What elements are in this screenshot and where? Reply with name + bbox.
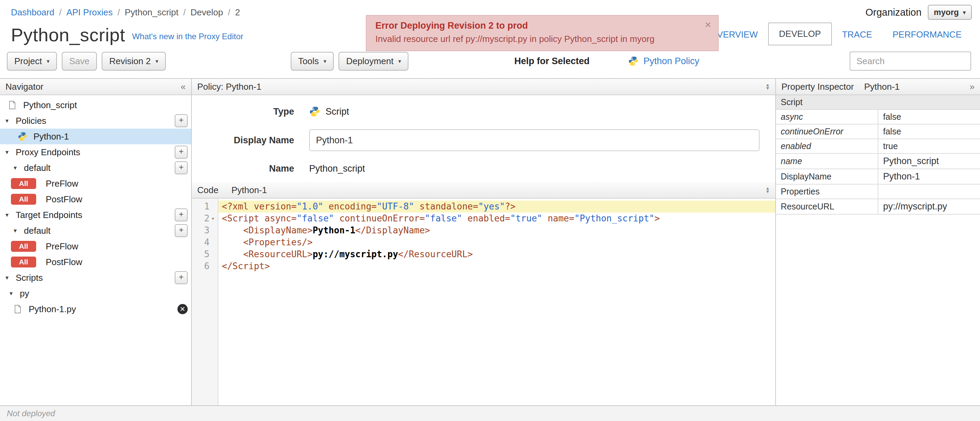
whats-new-link[interactable]: What's new in the Proxy Editor <box>132 32 243 41</box>
revision-button[interactable]: Revision 2 ▾ <box>102 52 165 71</box>
name-row: Name Python_script <box>192 164 775 174</box>
line-number[interactable]: 2▾ <box>192 213 218 224</box>
nav-section-proxy-endpoints[interactable]: ▾ Proxy Endpoints + <box>0 144 191 160</box>
nav-script-file-label: Python-1.py <box>29 304 76 315</box>
document-icon <box>7 100 18 111</box>
code-gutter: 12▾3456 <box>192 199 218 405</box>
breadcrumb-proxy-name[interactable]: Python_script <box>125 7 179 18</box>
code-line[interactable]: <?xml version="1.0" encoding="UTF-8" sta… <box>218 200 775 213</box>
all-badge: All <box>11 257 36 267</box>
line-number[interactable]: 6 <box>192 260 218 272</box>
nav-proxy-preflow[interactable]: All PreFlow <box>0 176 191 191</box>
nav-preflow-label: PreFlow <box>46 241 78 252</box>
disclosure-triangle-icon[interactable]: ▾ <box>5 211 14 219</box>
property-row: Properties <box>776 184 980 199</box>
nav-item-policy-python-1[interactable]: Python-1 <box>0 129 191 144</box>
delete-script-icon[interactable]: ✕ <box>177 304 188 314</box>
python-policy-link[interactable]: Python Policy <box>628 56 700 67</box>
tab-trace[interactable]: TRACE <box>832 24 882 45</box>
line-number[interactable]: 1 <box>192 200 218 213</box>
breadcrumb-separator: / <box>118 7 120 18</box>
search-input[interactable] <box>850 51 971 71</box>
code-line[interactable]: <Properties/> <box>218 237 775 248</box>
organization-area: Organization myorg ▾ <box>865 5 972 20</box>
breadcrumb: Dashboard / API Proxies / Python_script … <box>11 7 240 18</box>
code-label: Code <box>197 185 218 195</box>
tab-performance[interactable]: PERFORMANCE <box>882 24 972 45</box>
display-name-row: Display Name <box>192 129 775 151</box>
nav-target-preflow[interactable]: All PreFlow <box>0 238 191 254</box>
collapse-code-icon[interactable]: ▲▼ <box>765 187 770 194</box>
policy-editor-panel: Policy: Python-1 ▲▼ Type Script Display … <box>192 79 776 405</box>
disclosure-triangle-icon[interactable]: ▾ <box>5 117 14 124</box>
property-value[interactable]: Python_script <box>878 154 980 169</box>
property-value[interactable]: true <box>878 139 980 154</box>
property-key: Properties <box>776 184 878 199</box>
breadcrumb-dashboard[interactable]: Dashboard <box>11 7 54 18</box>
code-line[interactable]: <Script async="false" continueOnError="f… <box>218 213 775 224</box>
add-script-button[interactable]: + <box>175 271 188 284</box>
nav-proxy-endpoint-default[interactable]: ▾ default + <box>0 160 191 176</box>
breadcrumb-api-proxies[interactable]: API Proxies <box>66 7 113 18</box>
nav-target-postflow[interactable]: All PostFlow <box>0 254 191 270</box>
error-banner: Error Deploying Revision 2 to prod Inval… <box>366 15 719 51</box>
chevron-down-icon: ▾ <box>398 58 401 65</box>
line-number[interactable]: 4 <box>192 237 218 248</box>
code-line[interactable]: <ResourceURL>py://myscript.py</ResourceU… <box>218 248 775 260</box>
disclosure-triangle-icon[interactable]: ▾ <box>14 164 22 172</box>
save-button[interactable]: Save <box>62 52 97 71</box>
disclosure-triangle-icon[interactable]: ▾ <box>5 274 14 281</box>
add-flow-button[interactable]: + <box>175 224 188 237</box>
code-line[interactable]: <DisplayName>Python-1</DisplayName> <box>218 224 775 237</box>
policy-panel-title: Policy: Python-1 <box>197 81 261 92</box>
add-proxy-endpoint-button[interactable]: + <box>175 146 188 159</box>
line-number[interactable]: 3 <box>192 224 218 237</box>
add-flow-button[interactable]: + <box>175 161 188 174</box>
property-value[interactable]: false <box>878 110 980 124</box>
nav-section-scripts[interactable]: ▾ Scripts + <box>0 270 191 286</box>
nav-target-endpoint-default[interactable]: ▾ default + <box>0 223 191 238</box>
tools-button[interactable]: Tools ▾ <box>291 52 334 71</box>
property-value[interactable]: Python-1 <box>878 169 980 184</box>
disclosure-triangle-icon[interactable]: ▾ <box>10 290 18 297</box>
workspace: Navigator « Python_script ▾ Policies + <box>0 78 980 405</box>
nav-scripts-py-group[interactable]: ▾ py <box>0 286 191 301</box>
property-key: name <box>776 154 878 169</box>
code-editor[interactable]: 12▾3456 <?xml version="1.0" encoding="UT… <box>192 199 775 405</box>
nav-proxy-postflow[interactable]: All PostFlow <box>0 191 191 207</box>
organization-select[interactable]: myorg ▾ <box>928 5 972 20</box>
nav-target-default-label: default <box>24 226 51 236</box>
add-policy-button[interactable]: + <box>175 114 188 127</box>
collapse-navigator-icon[interactable]: « <box>181 81 186 92</box>
property-value[interactable] <box>878 184 980 199</box>
policy-form: Type Script Display Name Name Python_scr… <box>192 95 775 182</box>
nav-item-proxy-root[interactable]: Python_script <box>0 97 191 113</box>
nav-section-policies[interactable]: ▾ Policies + <box>0 113 191 129</box>
expand-inspector-icon[interactable]: » <box>970 81 975 92</box>
deployment-button[interactable]: Deployment ▾ <box>339 52 409 71</box>
all-badge: All <box>11 241 36 252</box>
project-button[interactable]: Project ▾ <box>7 52 57 71</box>
collapse-panel-icon[interactable]: ▲▼ <box>765 83 770 90</box>
close-icon[interactable]: × <box>705 19 711 30</box>
add-target-endpoint-button[interactable]: + <box>175 208 188 221</box>
disclosure-triangle-icon[interactable]: ▾ <box>5 148 14 156</box>
tab-develop[interactable]: DEVELOP <box>768 22 832 45</box>
inspector-subtitle: Python-1 <box>864 81 899 92</box>
code-lines[interactable]: <?xml version="1.0" encoding="UTF-8" sta… <box>218 199 775 405</box>
fold-icon[interactable]: ▾ <box>210 213 216 224</box>
property-value[interactable]: false <box>878 124 980 139</box>
property-table: Script async false continueOnError false… <box>776 95 980 214</box>
code-line[interactable]: </Script> <box>218 260 775 272</box>
property-value[interactable]: py://myscript.py <box>878 199 980 214</box>
policy-panel-header: Policy: Python-1 ▲▼ <box>192 79 775 95</box>
line-number[interactable]: 5 <box>192 248 218 260</box>
nav-section-target-endpoints[interactable]: ▾ Target Endpoints + <box>0 207 191 223</box>
property-key: continueOnError <box>776 124 878 139</box>
page-title: Python_script <box>11 24 125 45</box>
display-name-input[interactable] <box>309 129 760 151</box>
nav-proxy-endpoints-label: Proxy Endpoints <box>16 147 80 157</box>
breadcrumb-develop[interactable]: Develop <box>190 7 223 18</box>
disclosure-triangle-icon[interactable]: ▾ <box>14 227 22 234</box>
nav-item-script-file[interactable]: Python-1.py ✕ <box>0 301 191 317</box>
